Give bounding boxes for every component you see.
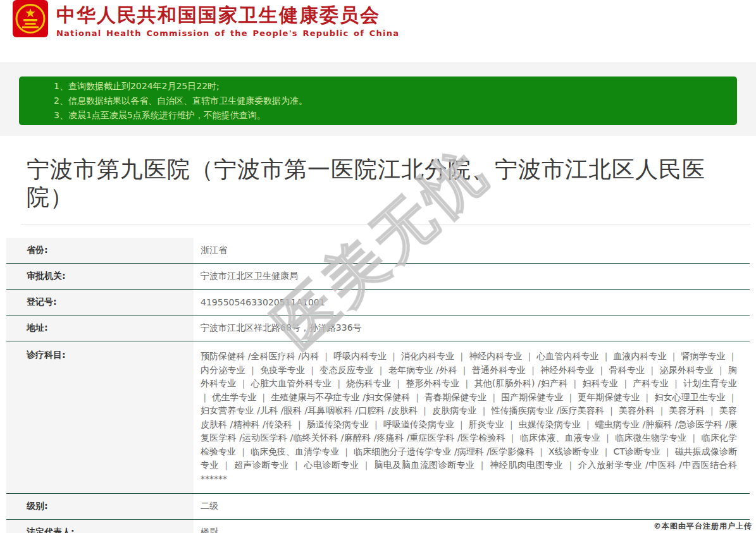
table-row-legal-representative: 法定代表人: 楼尉 xyxy=(6,520,750,533)
field-label: 登记号: xyxy=(6,290,194,315)
field-label: 级别: xyxy=(6,494,194,519)
field-label: 法定代表人: xyxy=(6,520,194,533)
field-value: 宁波市江北区祥北路68号，孙洋路336号 xyxy=(194,316,750,341)
table-row-registration-number: 登记号: 41955054633020511A1001 xyxy=(6,290,750,316)
field-value: 浙江省 xyxy=(194,238,750,263)
title-divider xyxy=(21,224,750,224)
table-row-province: 省份: 浙江省 xyxy=(6,238,750,264)
uploader-watermark: ©本图由平台注册用户上传 xyxy=(654,521,752,532)
national-emblem-icon xyxy=(13,0,48,37)
field-label: 省份: xyxy=(6,238,194,263)
site-title-cn: 中华人民共和国国家卫生健康委员会 xyxy=(56,4,399,27)
field-value: 41955054633020511A1001 xyxy=(194,290,750,315)
site-title-en: National Health Commission of the People… xyxy=(56,28,399,38)
notice-line-2: 2、信息数据结果以各省、自治区、直辖市卫生健康委数据为准。 xyxy=(54,94,731,108)
table-row-address: 地址: 宁波市江北区祥北路68号，孙洋路336号 xyxy=(6,316,750,341)
site-header: 中华人民共和国国家卫生健康委员会 National Health Commiss… xyxy=(0,0,756,63)
notice-box: 1、查询数据截止到2024年2月25日22时; 2、信息数据结果以各省、自治区、… xyxy=(19,77,737,125)
field-label: 诊疗科目: xyxy=(6,341,194,493)
notice-line-3: 3、凌晨1点至凌晨5点系统进行维护，不能提供查询。 xyxy=(54,108,731,123)
notice-line-1: 1、查询数据截止到2024年2月25日22时; xyxy=(54,79,731,94)
hospital-title: 宁波市第九医院（宁波市第一医院江北分院、宁波市江北区人民医院） xyxy=(0,136,756,211)
table-row-approval-authority: 审批机关: 宁波市江北区卫生健康局 xyxy=(6,264,750,290)
table-row-level: 级别: 二级 xyxy=(6,494,750,520)
site-titles: 中华人民共和国国家卫生健康委员会 National Health Commiss… xyxy=(56,0,399,38)
field-label: 地址: xyxy=(6,316,194,341)
notice-band: 1、查询数据截止到2024年2月25日22时; 2、信息数据结果以各省、自治区、… xyxy=(0,63,756,136)
main-area: 宁波市第九医院（宁波市第一医院江北分院、宁波市江北区人民医院） 省份: 浙江省 … xyxy=(0,136,756,533)
logo-block: 中华人民共和国国家卫生健康委员会 National Health Commiss… xyxy=(13,0,454,38)
field-value: 二级 xyxy=(194,494,750,519)
field-value: 宁波市江北区卫生健康局 xyxy=(194,264,750,289)
table-row-medical-subjects: 诊疗科目: 预防保健科 /全科医疗科 /内科 ｜ 呼吸内科专业 ｜ 消化内科专业… xyxy=(6,341,750,494)
page: 中华人民共和国国家卫生健康委员会 National Health Commiss… xyxy=(0,0,756,533)
hospital-info-table: 省份: 浙江省 审批机关: 宁波市江北区卫生健康局 登记号: 419550546… xyxy=(6,238,750,533)
field-label: 审批机关: xyxy=(6,264,194,289)
field-value: 预防保健科 /全科医疗科 /内科 ｜ 呼吸内科专业 ｜ 消化内科专业 ｜ 神经内… xyxy=(194,341,750,493)
